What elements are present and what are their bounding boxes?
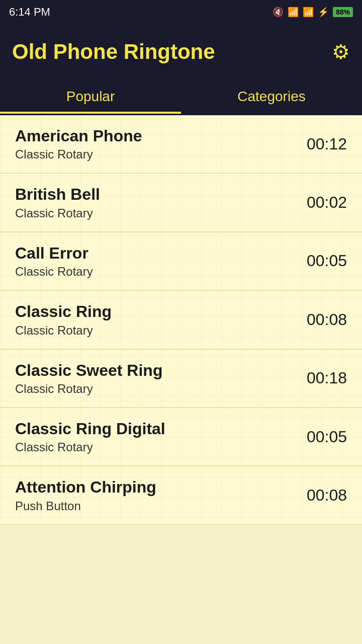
item-name: Classic Sweet Ring — [15, 361, 287, 380]
item-duration: 00:18 — [287, 369, 347, 387]
ringtone-list: American Phone Classic Rotary 00:12 Brit… — [0, 115, 362, 525]
item-info: Attention Chirping Push Button — [15, 477, 287, 513]
item-category: Classic Rotary — [15, 440, 287, 454]
item-info: British Bell Classic Rotary — [15, 185, 287, 220]
item-name: Call Error — [15, 244, 287, 263]
item-duration: 00:12 — [287, 135, 347, 153]
mute-icon: 🔇 — [273, 7, 284, 18]
item-name: Classic Ring — [15, 302, 287, 321]
settings-icon[interactable]: ⚙ — [332, 40, 350, 63]
battery-indicator: 88% — [333, 7, 353, 17]
item-name: Classic Ring Digital — [15, 419, 287, 438]
charging-icon: ⚡ — [318, 7, 329, 18]
item-duration: 00:02 — [287, 193, 347, 212]
item-info: Classic Ring Digital Classic Rotary — [15, 419, 287, 454]
ringtone-item[interactable]: Classic Sweet Ring Classic Rotary 00:18 — [0, 350, 362, 408]
signal-icon-2: 📶 — [303, 7, 314, 18]
status-icons: 🔇 📶 📶 ⚡ 88% — [273, 7, 353, 18]
app-title: Old Phone Ringtone — [12, 40, 215, 64]
app-header: Old Phone Ringtone ⚙ — [0, 24, 362, 79]
tab-popular[interactable]: Popular — [0, 79, 181, 114]
item-name: British Bell — [15, 185, 287, 204]
status-time: 6:14 PM — [9, 6, 50, 19]
ringtone-item[interactable]: American Phone Classic Rotary 00:12 — [0, 115, 362, 174]
item-category: Push Button — [15, 499, 287, 513]
item-duration: 00:08 — [287, 486, 347, 505]
item-category: Classic Rotary — [15, 324, 287, 338]
item-category: Classic Rotary — [15, 147, 287, 162]
tab-bar: Popular Categories — [0, 79, 362, 115]
item-info: Classic Sweet Ring Classic Rotary — [15, 361, 287, 396]
item-info: Classic Ring Classic Rotary — [15, 302, 287, 337]
item-category: Classic Rotary — [15, 265, 287, 279]
ringtone-item[interactable]: British Bell Classic Rotary 00:02 — [0, 174, 362, 232]
tab-categories[interactable]: Categories — [181, 79, 362, 114]
status-bar: 6:14 PM 🔇 📶 📶 ⚡ 88% — [0, 0, 362, 24]
item-duration: 00:05 — [287, 252, 347, 270]
ringtone-item[interactable]: Classic Ring Classic Rotary 00:08 — [0, 291, 362, 349]
ringtone-item[interactable]: Call Error Classic Rotary 00:05 — [0, 232, 362, 291]
item-duration: 00:08 — [287, 310, 347, 329]
item-duration: 00:05 — [287, 428, 347, 446]
ringtone-item[interactable]: Classic Ring Digital Classic Rotary 00:0… — [0, 408, 362, 466]
item-category: Classic Rotary — [15, 382, 287, 396]
item-name: Attention Chirping — [15, 477, 287, 497]
item-category: Classic Rotary — [15, 206, 287, 220]
ringtone-item[interactable]: Attention Chirping Push Button 00:08 — [0, 466, 362, 525]
signal-icon-1: 📶 — [288, 7, 299, 18]
item-info: Call Error Classic Rotary — [15, 244, 287, 279]
item-name: American Phone — [15, 126, 287, 145]
item-info: American Phone Classic Rotary — [15, 126, 287, 162]
